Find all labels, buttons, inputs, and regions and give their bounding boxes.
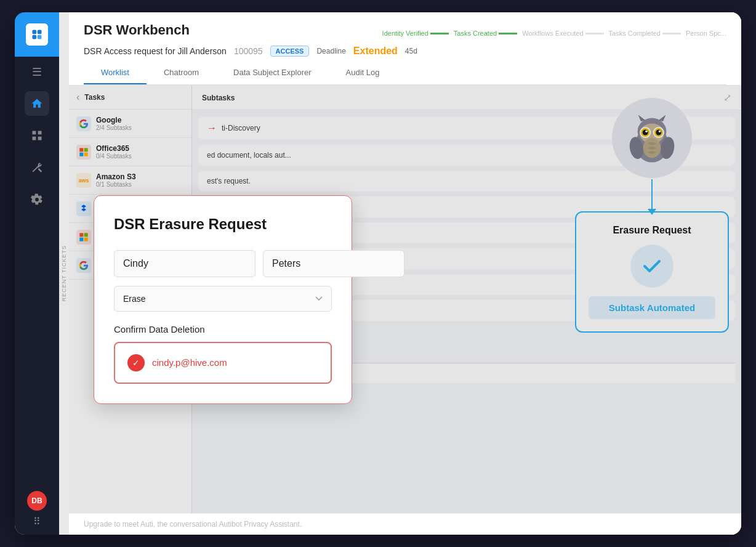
step-line-4 (662, 33, 681, 34)
svg-rect-3 (38, 35, 42, 39)
email-icon: ✓ (127, 354, 145, 371)
confirm-label: Confirm Data Deletion (114, 324, 332, 334)
svg-rect-0 (33, 30, 37, 34)
logo-icon (26, 23, 48, 46)
menu-icon[interactable]: ☰ (15, 57, 59, 87)
deadline-label: Deadline (316, 47, 345, 55)
ticket-info: DSR Access request for Jill Anderson 100… (84, 46, 726, 57)
sidebar: ☰ DB ⠿ (15, 12, 59, 535)
recent-tickets-strip: RECENT TICKETS (59, 12, 69, 535)
step-identity-verified: Identity Verified (382, 30, 449, 37)
modal-title: DSR Erasure Request (114, 216, 332, 233)
tab-worklist[interactable]: Worklist (84, 62, 147, 84)
first-name-input[interactable] (114, 250, 255, 277)
step-person-spc: Person Spc... (686, 30, 726, 37)
email-confirmation-box: ✓ cindy.p@hive.com (114, 342, 332, 384)
step-workflows: Workflows Executed (522, 30, 603, 37)
recent-tickets-label: RECENT TICKETS (61, 245, 67, 301)
name-row (114, 250, 332, 277)
sidebar-bottom: DB ⠿ (27, 491, 47, 535)
topbar: DSR Workbench Identity Verified Tasks Cr… (69, 12, 741, 86)
access-badge: ACCESS (270, 46, 310, 57)
tabs: Worklist Chatroom Data Subject Explorer … (84, 62, 726, 85)
step-tasks-created: Tasks Created (454, 30, 517, 37)
sidebar-item-grid[interactable] (25, 123, 49, 148)
app-logo[interactable] (15, 12, 59, 57)
dsr-erasure-modal: DSR Erasure Request Erase Confirm Data D… (94, 195, 352, 404)
ticket-title: DSR Access request for Jill Anderson (84, 46, 227, 56)
deadline-days: 45d (405, 47, 417, 55)
svg-rect-1 (38, 30, 42, 34)
sidebar-item-home[interactable] (25, 91, 49, 116)
tab-audit-log[interactable]: Audit Log (329, 62, 397, 84)
email-text: cindy.p@hive.com (152, 357, 227, 368)
last-name-input[interactable] (263, 250, 404, 277)
more-options-icon[interactable]: ⠿ (33, 516, 41, 527)
action-select[interactable]: Erase (114, 286, 332, 312)
tab-data-subject[interactable]: Data Subject Explorer (216, 62, 328, 84)
sidebar-item-tools[interactable] (25, 155, 49, 180)
step-tasks-completed: Tasks Completed (609, 30, 681, 37)
sidebar-item-settings[interactable] (25, 187, 49, 212)
deadline-value: Extended (353, 46, 398, 57)
ticket-id: 100095 (234, 46, 263, 56)
upgrade-bar: Upgrade to meet Auti, the conversational… (69, 513, 741, 535)
tab-chatroom[interactable]: Chatroom (147, 62, 216, 84)
page-title: DSR Workbench (84, 22, 190, 38)
main-content: DSR Workbench Identity Verified Tasks Cr… (69, 12, 741, 535)
step-line-1 (430, 33, 449, 34)
step-line-3 (585, 33, 604, 34)
upgrade-text: Upgrade to meet Auti, the conversational… (84, 520, 302, 529)
content-area: ‹ Tasks Google 2/4 Subtasks (69, 86, 741, 513)
progress-steps: Identity Verified Tasks Created Workflow… (382, 30, 726, 37)
user-avatar[interactable]: DB (27, 491, 47, 511)
modal-overlay: DSR Erasure Request Erase Confirm Data D… (69, 86, 741, 513)
step-line-2 (499, 33, 517, 34)
svg-rect-2 (33, 35, 37, 39)
